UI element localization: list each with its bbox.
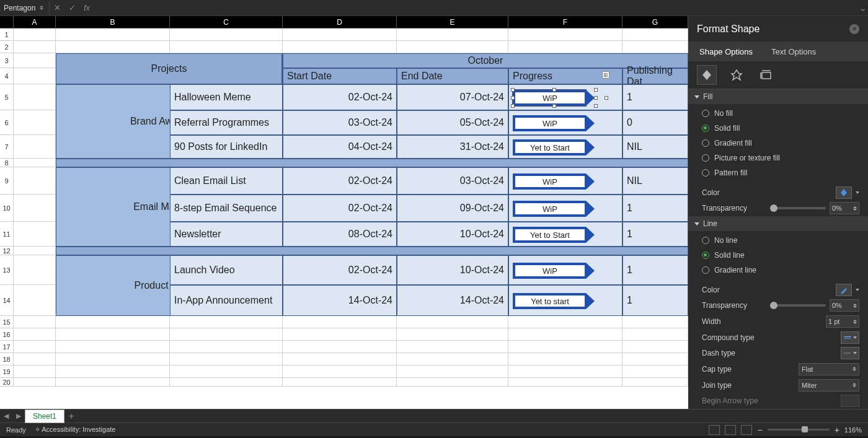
compound-type-picker[interactable] (841, 331, 859, 344)
row-header[interactable]: 16 (0, 328, 14, 341)
spreadsheet-grid[interactable]: ABCDEFG 1234567891011121314151617181920 … (0, 16, 688, 409)
pentagon-shape[interactable]: WiP (513, 173, 595, 190)
radio-option[interactable]: Pattern fill (702, 167, 859, 178)
formula-expand-icon[interactable]: ⌄ (857, 1, 868, 15)
view-normal-icon[interactable] (709, 425, 720, 435)
formula-bar: Pentagon ✕ ✓ fx ⌄ (0, 0, 868, 16)
row-header[interactable]: 12 (0, 247, 14, 255)
radio-option[interactable]: Picture or texture fill (702, 152, 859, 164)
zoom-in-icon[interactable]: + (835, 425, 839, 435)
status-accessibility[interactable]: ✧ Accessibility: Investigate (35, 426, 116, 434)
tab-nav-prev-icon[interactable]: ◀ (0, 410, 12, 423)
radio-option[interactable]: No line (702, 235, 859, 246)
tab-shape-options[interactable]: Shape Options (699, 47, 753, 56)
zoom-level[interactable]: 116% (844, 426, 862, 434)
line-width-value[interactable]: 1 pt (826, 315, 859, 328)
pentagon-shape[interactable]: Yet to Start (513, 139, 595, 155)
join-type-select[interactable]: Miter (799, 379, 859, 392)
zoom-slider[interactable] (768, 429, 830, 431)
row-header[interactable]: 10 (0, 195, 14, 222)
column-header[interactable]: E (397, 16, 508, 28)
selection-handle[interactable] (552, 88, 556, 92)
row-header[interactable]: 7 (0, 135, 14, 159)
dash-type-picker[interactable] (841, 347, 859, 359)
radio-option[interactable]: No fill (702, 108, 859, 119)
row-header[interactable]: 14 (0, 285, 14, 316)
fill-line-icon[interactable] (697, 65, 717, 85)
selection-handle[interactable] (511, 96, 515, 100)
line-color-picker[interactable] (836, 284, 852, 296)
line-section-header[interactable]: Line (688, 216, 868, 231)
row-header[interactable]: 3 (0, 53, 14, 68)
accept-icon[interactable]: ✓ (64, 1, 79, 15)
row-header[interactable]: 6 (0, 110, 14, 135)
fx-icon[interactable]: fx (79, 1, 94, 15)
pentagon-shape[interactable]: WiP (513, 115, 595, 131)
row-header[interactable]: 17 (0, 341, 14, 353)
row-header[interactable]: 19 (0, 366, 14, 378)
cap-type-select[interactable]: Flat (799, 363, 859, 375)
effects-icon[interactable] (727, 65, 746, 85)
selection-handle[interactable] (594, 88, 598, 92)
fill-transparency-slider[interactable] (770, 207, 826, 209)
row-header[interactable]: 13 (0, 255, 14, 285)
row-header[interactable]: 8 (0, 159, 14, 167)
size-properties-icon[interactable] (756, 65, 776, 85)
formula-input[interactable] (94, 1, 857, 15)
column-header[interactable]: C (170, 16, 283, 28)
row-header[interactable]: 20 (0, 378, 14, 387)
name-box[interactable]: Pentagon (0, 1, 50, 15)
row-header[interactable]: 18 (0, 353, 14, 366)
pentagon-shape[interactable]: WiP (513, 263, 595, 279)
tab-text-options[interactable]: Text Options (771, 47, 816, 56)
row-header[interactable]: 11 (0, 222, 14, 247)
radio-icon (702, 139, 709, 147)
radio-option[interactable]: Gradient fill (702, 138, 859, 149)
selection-handle[interactable] (511, 104, 515, 108)
view-page-break-icon[interactable] (741, 425, 752, 435)
selection-handle[interactable] (594, 104, 598, 108)
pentagon-shape[interactable]: Yet to Start (513, 227, 595, 243)
column-header[interactable]: D (283, 16, 397, 28)
close-icon[interactable]: ✕ (849, 24, 859, 34)
sheet-tab[interactable]: Sheet1 (25, 410, 64, 423)
column-header[interactable]: G (622, 16, 688, 28)
selection-handle[interactable] (604, 96, 608, 100)
view-page-layout-icon[interactable] (725, 425, 736, 435)
selection-handle[interactable] (594, 96, 598, 100)
row-header[interactable]: 5 (0, 84, 14, 110)
fill-transparency-value[interactable]: 0% (830, 202, 859, 214)
pentagon-shape[interactable]: Yet to start (513, 293, 595, 309)
row-header[interactable]: 4 (0, 68, 14, 84)
radio-option[interactable]: Solid line (702, 250, 859, 261)
column-header[interactable]: A (14, 16, 56, 28)
name-box-dropdown-icon[interactable] (38, 2, 45, 14)
pentagon-shape[interactable]: WiP (513, 90, 595, 106)
progress-cell: WiP (508, 255, 622, 285)
fill-section-header[interactable]: Fill (688, 89, 868, 104)
select-all-corner[interactable] (0, 16, 14, 28)
line-transparency-value[interactable]: 0% (830, 299, 859, 312)
add-sheet-icon[interactable]: + (64, 410, 78, 423)
radio-icon (702, 237, 709, 244)
row-header[interactable]: 15 (0, 316, 14, 328)
fill-color-picker[interactable] (836, 186, 852, 199)
row-header[interactable]: 9 (0, 167, 14, 195)
cells-canvas[interactable]: ProjectsOctoberStart DateEnd DateProgres… (14, 28, 688, 387)
row-header[interactable]: 1 (0, 28, 14, 41)
tab-nav-next-icon[interactable]: ▶ (12, 410, 25, 423)
smart-tag-icon[interactable]: ⊞ (602, 71, 609, 79)
radio-option[interactable]: Solid fill (702, 123, 859, 134)
selection-handle[interactable] (552, 104, 556, 108)
column-header[interactable]: B (56, 16, 170, 28)
row-header[interactable]: 2 (0, 41, 14, 53)
selection-handle[interactable] (511, 88, 515, 92)
line-width-row: Width 1 pt (688, 313, 868, 330)
zoom-out-icon[interactable]: − (757, 425, 762, 435)
cancel-icon[interactable]: ✕ (50, 1, 64, 15)
line-transparency-slider[interactable] (770, 304, 826, 307)
status-bar: Ready ✧ Accessibility: Investigate − + 1… (0, 423, 868, 436)
column-header[interactable]: F (508, 16, 622, 28)
radio-option[interactable]: Gradient line (702, 265, 859, 276)
pentagon-shape[interactable]: WiP (513, 201, 595, 217)
